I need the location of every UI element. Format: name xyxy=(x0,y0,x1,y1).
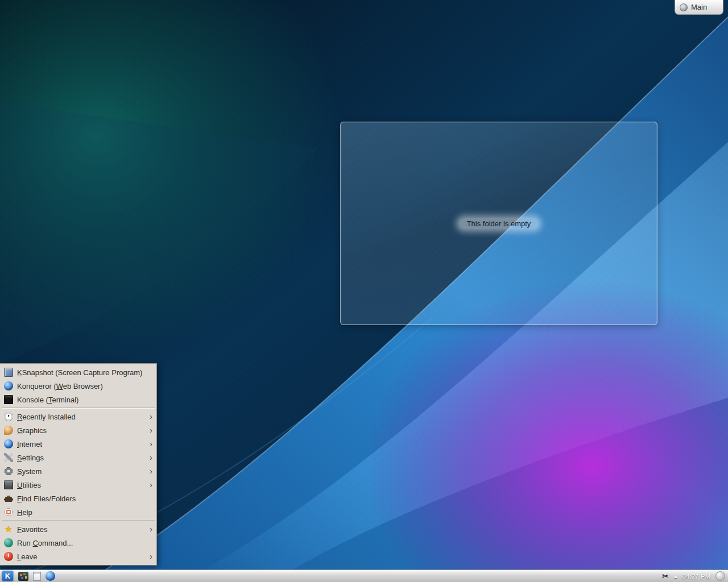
label-key: W xyxy=(56,382,63,390)
toolbox-icon xyxy=(680,3,688,11)
menu-item-label: Recently Installed xyxy=(17,413,143,421)
label-key: F xyxy=(17,525,22,534)
label-post: Snapshot (Screen Capture Program) xyxy=(22,368,143,377)
label-key: U xyxy=(17,481,22,489)
folder-view-widget[interactable]: This folder is empty xyxy=(340,122,657,325)
menu-item-label: Graphics xyxy=(17,426,143,435)
submenu-arrow-icon: › xyxy=(147,478,152,492)
kmenu-button[interactable]: K xyxy=(2,571,14,581)
kde-logo-icon: K xyxy=(5,572,10,580)
desktop-toolbox-tab[interactable]: Main xyxy=(675,0,723,15)
menu-item-utilities[interactable]: Utilities › xyxy=(0,478,156,492)
menu-item-label: Leave xyxy=(17,552,143,561)
menu-item-recently-installed[interactable]: Recently Installed › xyxy=(0,410,156,423)
panel-right-section: ✂ ▴ 04:27 PM xyxy=(662,571,726,582)
konqueror-launcher-icon[interactable] xyxy=(46,571,55,581)
submenu-arrow-icon: › xyxy=(147,423,152,437)
label-pre: Konqueror ( xyxy=(17,382,56,390)
document-icon[interactable] xyxy=(33,572,41,581)
menu-item-leave[interactable]: Leave › xyxy=(0,550,156,563)
menu-item-label: Run Command... xyxy=(17,539,152,547)
settings-icon xyxy=(4,453,13,462)
panel-toolbox-cashew-icon[interactable] xyxy=(715,571,725,581)
utilities-icon xyxy=(4,480,13,489)
menu-item-find-files[interactable]: Find Files/Folders xyxy=(0,492,156,505)
menu-item-favorites[interactable]: ★ Favorites › xyxy=(0,522,156,536)
menu-separator xyxy=(2,408,155,409)
menu-item-label: System xyxy=(17,467,143,476)
menu-item-ksnapshot[interactable]: KSnapshot (Screen Capture Program) xyxy=(0,365,156,379)
system-icon xyxy=(4,467,13,476)
label-key: S xyxy=(17,454,22,462)
label-key: C xyxy=(32,539,38,547)
label-post: ecently Installed xyxy=(22,413,75,421)
label-post: ommand... xyxy=(38,539,73,547)
run-command-icon xyxy=(4,538,13,547)
label-post: eave xyxy=(21,552,37,561)
menu-item-internet[interactable]: Internet › xyxy=(0,437,156,451)
label-post: raphics xyxy=(23,426,47,435)
label-key: K xyxy=(17,368,22,377)
help-icon xyxy=(4,508,13,517)
menu-item-label: Konqueror (Web Browser) xyxy=(17,382,152,390)
konqueror-icon xyxy=(4,381,13,390)
ksnapshot-icon xyxy=(4,368,13,377)
menu-item-graphics[interactable]: Graphics › xyxy=(0,423,156,437)
menu-item-label: Help xyxy=(17,508,152,517)
panel-clock[interactable]: 04:27 PM xyxy=(682,573,710,580)
submenu-arrow-icon: › xyxy=(147,410,152,423)
scissors-tray-icon[interactable]: ✂ xyxy=(662,571,669,582)
find-files-icon xyxy=(4,494,13,503)
menu-item-system[interactable]: System › xyxy=(0,464,156,478)
tray-expander-arrow-icon[interactable]: ▴ xyxy=(674,573,677,579)
label-pre: Konsole ( xyxy=(17,396,48,404)
label-key: G xyxy=(17,426,23,435)
submenu-arrow-icon: › xyxy=(147,522,152,536)
submenu-arrow-icon: › xyxy=(147,451,152,464)
menu-item-settings[interactable]: Settings › xyxy=(0,451,156,464)
label-post: nternet xyxy=(19,440,42,448)
label-key: R xyxy=(17,413,22,421)
graphics-icon xyxy=(4,426,13,435)
submenu-arrow-icon: › xyxy=(147,550,152,563)
favorites-icon: ★ xyxy=(4,525,13,534)
menu-separator xyxy=(2,520,155,521)
internet-icon xyxy=(4,439,13,448)
leave-icon xyxy=(4,552,13,561)
label-post: ind Files/Folders xyxy=(22,494,76,503)
label-post: tilities xyxy=(22,481,41,489)
dots-grid-icon[interactable] xyxy=(18,572,28,581)
menu-item-konsole[interactable]: Konsole (Terminal) xyxy=(0,393,156,406)
menu-item-label: Internet xyxy=(17,440,143,448)
label-post: eb Browser) xyxy=(63,382,103,390)
submenu-arrow-icon: › xyxy=(147,464,152,478)
application-menu: KSnapshot (Screen Capture Program) Konqu… xyxy=(0,363,157,566)
desktop: Main This folder is empty KSnapshot (Scr… xyxy=(0,0,728,582)
label-post: ystem xyxy=(22,467,42,476)
menu-item-konqueror[interactable]: Konqueror (Web Browser) xyxy=(0,379,156,393)
menu-item-label: KSnapshot (Screen Capture Program) xyxy=(17,368,152,377)
menu-item-label: Konsole (Terminal) xyxy=(17,396,152,404)
menu-item-label: Find Files/Folders xyxy=(17,494,152,503)
folder-empty-message: This folder is empty xyxy=(459,218,539,229)
menu-item-run-command[interactable]: Run Command... xyxy=(0,536,156,550)
menu-item-help[interactable]: Help xyxy=(0,505,156,519)
label-pre: Run xyxy=(17,539,32,547)
label-post: erminal) xyxy=(52,396,78,404)
label-key: H xyxy=(17,508,22,517)
menu-item-label: Utilities xyxy=(17,481,143,489)
konsole-icon xyxy=(4,395,13,404)
label-post: ettings xyxy=(22,454,44,462)
menu-item-label: Settings xyxy=(17,454,143,462)
label-post: elp xyxy=(22,508,32,517)
menu-item-label: Favorites xyxy=(17,525,143,534)
label-post: avorites xyxy=(22,525,48,534)
submenu-arrow-icon: › xyxy=(147,437,152,451)
label-key: F xyxy=(17,494,22,503)
taskbar-panel: K ✂ ▴ 04:27 PM xyxy=(0,569,728,582)
toolbox-label: Main xyxy=(691,3,707,11)
recently-installed-icon xyxy=(4,412,13,421)
label-key: S xyxy=(17,467,22,476)
